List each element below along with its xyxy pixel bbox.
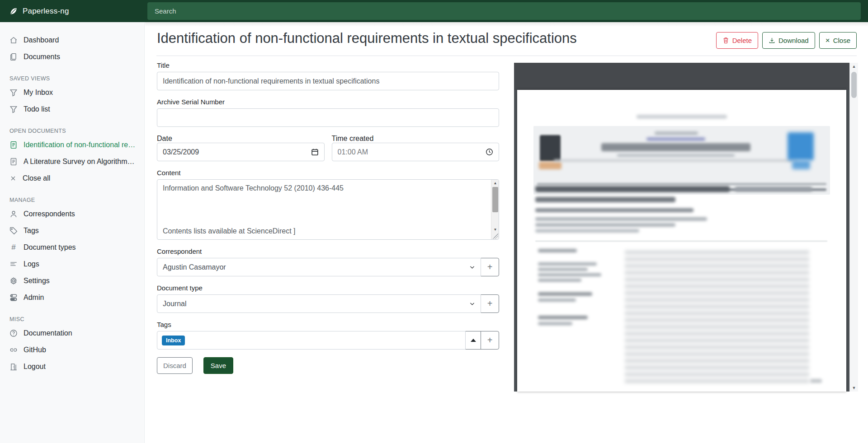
funnel-icon bbox=[9, 89, 18, 97]
x-icon bbox=[9, 175, 17, 182]
content-scrollbar[interactable]: ▲ ▼ bbox=[491, 180, 499, 239]
plus-icon: + bbox=[487, 298, 493, 309]
sidebar-item-correspondents[interactable]: Correspondents bbox=[0, 205, 144, 222]
hash-icon: # bbox=[9, 243, 18, 252]
correspondent-select[interactable]: Agustin Casamayor bbox=[157, 258, 481, 276]
blurred-text-line bbox=[538, 273, 601, 276]
calendar-icon[interactable] bbox=[311, 148, 319, 156]
close-button[interactable]: × Close bbox=[819, 32, 857, 49]
scroll-down-icon[interactable]: ▼ bbox=[850, 384, 858, 392]
file-text-icon bbox=[9, 141, 18, 149]
blurred-text-line bbox=[538, 298, 576, 302]
blurred-article-title bbox=[535, 197, 675, 202]
title-input[interactable] bbox=[163, 77, 493, 85]
main-content: Identification of non-functional require… bbox=[145, 22, 868, 443]
clock-icon[interactable] bbox=[486, 148, 493, 156]
scroll-down-icon[interactable]: ▼ bbox=[491, 226, 499, 233]
time-created-label: Time created bbox=[332, 135, 374, 142]
sidebar-item-settings[interactable]: Settings bbox=[0, 272, 144, 289]
plus-icon: + bbox=[487, 262, 493, 272]
gear-icon bbox=[9, 277, 18, 285]
save-button[interactable]: Save bbox=[203, 357, 233, 374]
sidebar-item-documentation[interactable]: Documentation bbox=[0, 325, 144, 341]
banner-rule bbox=[537, 183, 826, 185]
add-tag-button[interactable]: + bbox=[481, 331, 499, 350]
sidebar-item-open-doc-1[interactable]: Identification of non-functional require… bbox=[0, 136, 144, 153]
sidebar-item-documents[interactable]: Documents bbox=[0, 48, 144, 65]
pdf-preview-pane: ▲ ▼ bbox=[514, 63, 858, 392]
scroll-up-icon[interactable]: ▲ bbox=[850, 63, 858, 70]
time-created-input[interactable] bbox=[338, 148, 482, 156]
blurred-text-line bbox=[535, 229, 639, 233]
delete-button[interactable]: Delete bbox=[716, 32, 758, 49]
article-divider bbox=[535, 241, 827, 242]
leaf-logo-icon bbox=[9, 7, 18, 16]
sidebar-item-admin[interactable]: Admin bbox=[0, 289, 144, 306]
tags-label: Tags bbox=[157, 321, 499, 328]
tags-field[interactable]: Inbox bbox=[157, 331, 466, 350]
home-icon bbox=[9, 36, 18, 44]
add-document-type-button[interactable]: + bbox=[481, 294, 499, 313]
person-icon bbox=[9, 210, 18, 218]
asn-input[interactable] bbox=[163, 114, 493, 122]
trash-icon bbox=[722, 37, 729, 44]
sidebar-item-todo-list[interactable]: Todo list bbox=[0, 101, 144, 117]
blurred-text-line bbox=[617, 154, 735, 157]
content-scrollbar-thumb[interactable] bbox=[492, 187, 498, 212]
tag-badge-inbox[interactable]: Inbox bbox=[162, 336, 185, 345]
document-edit-form: Title Archive Serial Number Date bbox=[157, 61, 499, 374]
preview-scrollbar-thumb[interactable] bbox=[851, 72, 857, 98]
blurred-text-line bbox=[535, 223, 675, 227]
document-title-heading: Identification of non-functional require… bbox=[157, 30, 577, 47]
list-icon bbox=[9, 260, 18, 268]
correspondent-label: Correspondent bbox=[157, 247, 499, 255]
sidebar: Dashboard Documents SAVED VIEWS My Inbox… bbox=[0, 22, 145, 443]
document-type-label: Document type bbox=[157, 284, 499, 292]
sidebar-item-dashboard[interactable]: Dashboard bbox=[0, 32, 144, 48]
blurred-text-line bbox=[655, 131, 698, 135]
x-icon: × bbox=[826, 37, 830, 44]
pdf-page[interactable] bbox=[517, 90, 846, 392]
funnel-icon bbox=[9, 105, 18, 113]
download-button[interactable]: Download bbox=[762, 32, 815, 49]
tags-dropdown-toggle[interactable] bbox=[465, 331, 481, 350]
blurred-text-line bbox=[538, 322, 572, 325]
blurred-text-line bbox=[538, 316, 588, 319]
blurred-text-line bbox=[538, 292, 592, 296]
files-icon bbox=[9, 53, 18, 61]
link-icon bbox=[9, 346, 18, 354]
sidebar-item-github[interactable]: GitHub bbox=[0, 341, 144, 358]
title-label: Title bbox=[157, 61, 499, 69]
header-divider bbox=[156, 56, 857, 56]
sidebar-item-my-inbox[interactable]: My Inbox bbox=[0, 84, 144, 101]
journal-header-banner bbox=[533, 126, 830, 195]
document-type-select[interactable]: Journal bbox=[157, 294, 481, 313]
sciencedirect-logo bbox=[792, 160, 810, 169]
app-brand[interactable]: Paperless-ng bbox=[9, 0, 69, 22]
sidebar-item-logout[interactable]: Logout bbox=[0, 358, 144, 375]
preview-scrollbar[interactable]: ▲ ▼ bbox=[849, 63, 858, 392]
journal-logo bbox=[540, 135, 561, 161]
sidebar-item-tags[interactable]: Tags bbox=[0, 222, 144, 239]
textarea-resize-handle[interactable] bbox=[493, 233, 498, 239]
sidebar-item-close-all[interactable]: Close all bbox=[0, 170, 144, 187]
add-correspondent-button[interactable]: + bbox=[481, 258, 499, 276]
search-input[interactable] bbox=[147, 2, 861, 20]
sidebar-item-document-types[interactable]: # Document types bbox=[0, 239, 144, 256]
date-label: Date bbox=[157, 135, 172, 142]
sidebar-item-logs[interactable]: Logs bbox=[0, 256, 144, 272]
date-input[interactable] bbox=[163, 148, 307, 156]
discard-button[interactable]: Discard bbox=[157, 357, 193, 374]
scroll-up-icon[interactable]: ▲ bbox=[491, 180, 499, 187]
content-line-1: Information and Software Technology 52 (… bbox=[163, 184, 344, 192]
sidebar-item-open-doc-2[interactable]: A Literature Survey on Algorithms for Mu… bbox=[0, 153, 144, 170]
pdf-viewer-toolbar[interactable] bbox=[514, 63, 849, 90]
asn-label: Archive Serial Number bbox=[157, 98, 499, 106]
blurred-text-line bbox=[538, 249, 577, 252]
blurred-text-line bbox=[810, 379, 822, 383]
top-navbar: Paperless-ng bbox=[0, 0, 868, 22]
content-label: Content bbox=[157, 169, 499, 177]
content-line-2: Contents lists available at ScienceDirec… bbox=[163, 227, 295, 235]
file-text-icon bbox=[9, 158, 18, 166]
content-textarea[interactable]: Information and Software Technology 52 (… bbox=[157, 179, 499, 240]
